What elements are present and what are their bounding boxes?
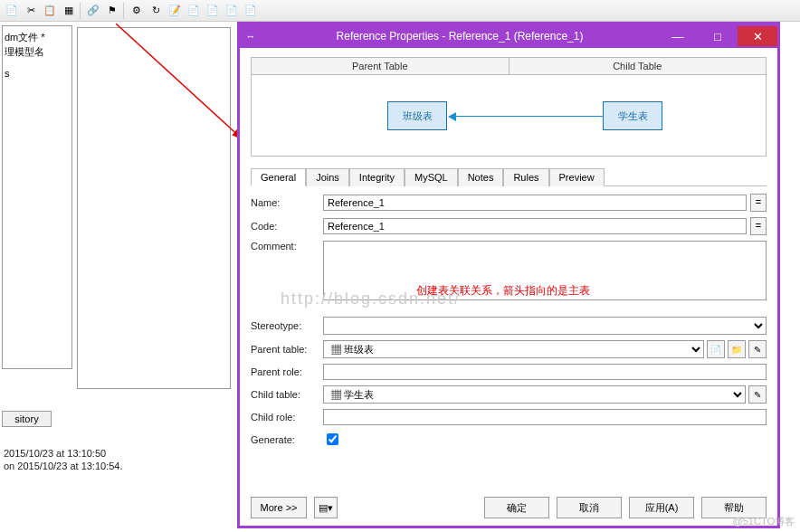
titlebar[interactable]: ↔ Reference Properties - Reference_1 (Re… [240, 24, 777, 48]
tab-preview[interactable]: Preview [549, 168, 605, 186]
repository-tab[interactable]: sitory [2, 411, 52, 427]
window-icon: ↔ [240, 31, 262, 42]
stereotype-label: Stereotype: [251, 320, 323, 331]
stereotype-select[interactable] [323, 317, 767, 335]
watermark-corner: @51CTO博客 [733, 515, 795, 528]
tool-icon[interactable]: ▦ [61, 3, 77, 19]
tool-icon[interactable]: 📄 [224, 3, 240, 19]
apply-button[interactable]: 应用(A) [629, 497, 694, 518]
browse-icon[interactable]: 📁 [728, 340, 746, 358]
parent-table-label: Parent table: [251, 344, 323, 355]
ok-button[interactable]: 确定 [484, 497, 549, 518]
code-label: Code: [251, 221, 323, 232]
name-field[interactable] [323, 195, 747, 211]
parent-table-header: Parent Table [252, 58, 510, 74]
reference-properties-dialog: ↔ Reference Properties - Reference_1 (Re… [237, 22, 780, 528]
comment-field[interactable] [323, 241, 767, 300]
generate-checkbox[interactable] [327, 433, 338, 445]
tool-icon[interactable]: ⚙ [129, 3, 145, 19]
tree-item[interactable]: dm文件 * [5, 30, 70, 44]
child-role-field[interactable] [323, 409, 767, 425]
tool-icon[interactable]: 📄 [186, 3, 202, 19]
parent-role-field[interactable] [323, 364, 767, 380]
tab-bar: General Joins Integrity MySQL Notes Rule… [251, 167, 767, 186]
name-label: Name: [251, 197, 323, 208]
tab-notes[interactable]: Notes [458, 168, 504, 186]
child-table-label: Child table: [251, 389, 323, 400]
tree-item[interactable]: s [5, 66, 70, 81]
tab-mysql[interactable]: MySQL [405, 168, 458, 186]
cancel-button[interactable]: 取消 [557, 497, 622, 518]
tree-item[interactable]: 理模型名 [5, 44, 70, 59]
tab-joins[interactable]: Joins [306, 168, 349, 186]
child-role-label: Child role: [251, 412, 323, 423]
properties-icon[interactable]: ✎ [748, 385, 767, 404]
tab-general[interactable]: General [251, 168, 306, 186]
separator [123, 3, 126, 19]
dropdown-icon-button[interactable]: ▤▾ [314, 497, 338, 518]
tool-icon[interactable]: 📝 [167, 3, 183, 19]
tab-rules[interactable]: Rules [503, 168, 548, 186]
tool-icon[interactable]: 🔗 [85, 3, 101, 19]
general-form: Name: = Code: = Comment: Stereotype: [251, 186, 767, 448]
minimize-button[interactable]: — [658, 26, 698, 46]
diagram-header: Parent Table Child Table [251, 57, 767, 75]
tool-icon[interactable]: ⚑ [104, 3, 120, 19]
properties-icon[interactable]: 📄 [707, 340, 725, 358]
tool-icon[interactable]: 📄 [205, 3, 221, 19]
lock-name-button[interactable]: = [750, 194, 767, 212]
child-table-header: Child Table [510, 58, 767, 74]
workspace-panel [77, 27, 231, 389]
close-button[interactable]: ✕ [738, 26, 777, 46]
generate-label: Generate: [251, 434, 323, 445]
arrow-head-icon [448, 112, 456, 121]
parent-entity[interactable]: 班级表 [387, 101, 447, 130]
dialog-footer: More >> ▤▾ 确定 取消 应用(A) 帮助 [251, 497, 767, 518]
new-icon[interactable]: ✎ [748, 340, 767, 358]
more-button[interactable]: More >> [251, 497, 307, 518]
relationship-diagram: 班级表 学生表 [251, 75, 767, 157]
lock-code-button[interactable]: = [750, 217, 767, 235]
tool-icon[interactable]: 📋 [42, 3, 58, 19]
log-line: on 2015/10/23 at 13:10:54. [4, 460, 123, 472]
tree-panel: dm文件 * 理模型名 s [2, 25, 72, 369]
maximize-button[interactable]: □ [698, 26, 738, 46]
tab-integrity[interactable]: Integrity [349, 168, 405, 186]
window-title: Reference Properties - Reference_1 (Refe… [262, 30, 658, 43]
tool-icon[interactable]: 📄 [4, 3, 20, 19]
parent-table-select[interactable]: ▦ 班级表 [323, 340, 704, 358]
tool-icon[interactable]: 📄 [243, 3, 259, 19]
comment-label: Comment: [251, 241, 323, 252]
parent-role-label: Parent role: [251, 366, 323, 377]
tool-icon[interactable]: ↻ [148, 3, 164, 19]
relation-line [455, 116, 603, 117]
main-toolbar: 📄 ✂ 📋 ▦ 🔗 ⚑ ⚙ ↻ 📝 📄 📄 📄 📄 [0, 0, 800, 22]
log-line: 2015/10/23 at 13:10:50 [4, 447, 123, 460]
child-entity[interactable]: 学生表 [603, 101, 662, 130]
code-field[interactable] [323, 218, 747, 234]
cut-icon[interactable]: ✂ [23, 3, 39, 19]
log-output: 2015/10/23 at 13:10:50 on 2015/10/23 at … [4, 447, 123, 472]
child-table-select[interactable]: ▦ 学生表 [323, 385, 746, 404]
separator [80, 3, 82, 19]
